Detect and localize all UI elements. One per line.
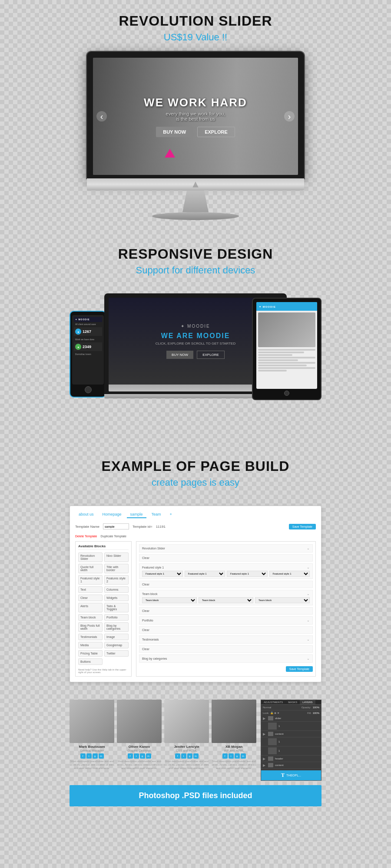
content-row-blog-chevron[interactable]: ⌄ [307, 657, 310, 661]
buy-now-button[interactable]: BUY NOW [156, 127, 193, 137]
ps-tab-masks[interactable]: MASKS [285, 700, 300, 704]
content-row-portfolio-chevron[interactable]: ⌄ [307, 618, 310, 622]
block-columns[interactable]: Columns [104, 586, 129, 593]
ps-layer-icon-content1 [268, 732, 273, 736]
content-row-featured-chevron[interactable]: ⌄ [307, 566, 310, 569]
phone-header: ✦ MOODIE [74, 317, 102, 322]
featured-dropdown4[interactable]: Featured style 1 [269, 571, 310, 577]
laptop-explore-button[interactable]: EXPLORE [197, 351, 225, 359]
block-alerts[interactable]: Alerts [78, 603, 103, 612]
ps-layer-name-content2: content [275, 764, 284, 766]
social-tw-oliver[interactable]: t [134, 753, 139, 759]
ps-tab-adjustments[interactable]: ADJUSTMENTS [261, 700, 285, 704]
team-section: Mark Boulouam General Manager f t g in S… [39, 691, 352, 828]
block-quote-full[interactable]: Quote full width [78, 564, 103, 573]
content-row-team-chevron[interactable]: ⌄ [307, 592, 310, 596]
social-gp-mark[interactable]: g [93, 753, 98, 759]
team-socials-mark: f t g in [80, 753, 104, 759]
social-li-xb[interactable]: in [241, 753, 246, 759]
team-ps-row: Mark Boulouam General Manager f t g in S… [70, 700, 321, 781]
content-row-revolution-chevron[interactable]: ⌄ [307, 546, 310, 550]
team-photo-jenifer [164, 700, 209, 743]
psd-bottom-bar: Photoshop .PSD files included [70, 785, 321, 806]
tab-about[interactable]: about us [75, 511, 97, 518]
social-gp-xb[interactable]: g [235, 753, 240, 759]
team-desc-oliver: Short description placeholder text and s… [117, 760, 162, 770]
tab-team[interactable]: Team [148, 511, 165, 518]
tab-sample[interactable]: sample [127, 511, 146, 518]
content-row-portfolio: Portfolio ⌄ [139, 616, 313, 625]
social-fb-mark[interactable]: f [80, 753, 86, 759]
social-gp-oliver[interactable]: g [140, 753, 145, 759]
social-tw-xb[interactable]: t [229, 753, 234, 759]
ps-expand-header[interactable]: ▶ [263, 757, 265, 761]
content-row-revolution: Revolution Slider ⌄ [139, 544, 313, 552]
team-dropdown3[interactable]: Team block [255, 597, 310, 603]
ps-expand-content2[interactable]: ▶ [263, 763, 265, 767]
block-title-border[interactable]: Title with border [104, 564, 129, 573]
block-image[interactable]: Image [104, 634, 129, 640]
ps-expand-content1[interactable]: ▶ [263, 732, 265, 736]
block-nivo-slider[interactable]: Nivo Slider [104, 552, 129, 562]
laptop-buy-button[interactable]: BUY NOW [166, 351, 193, 359]
save-bottom-row: Save Template [139, 666, 313, 672]
tab-add[interactable]: + [166, 511, 176, 518]
social-li-mark[interactable]: in [99, 753, 104, 759]
team-dropdown1[interactable]: Team block [142, 597, 197, 603]
featured-dropdown2[interactable]: Featured style 1 [185, 571, 225, 577]
social-fb-xb[interactable]: f [222, 753, 228, 759]
ps-expand-slider[interactable]: ▶ [263, 717, 265, 720]
block-portfolio[interactable]: Portfolio [104, 614, 129, 621]
ps-layer-name-1b: 1 [278, 740, 280, 743]
slider-next-button[interactable]: › [284, 111, 295, 122]
block-buttons[interactable]: Buttons [78, 658, 103, 665]
template-name-input[interactable] [103, 523, 129, 529]
save-template-bottom-button[interactable]: Save Template [286, 666, 313, 672]
social-tw-mark[interactable]: t [86, 753, 92, 759]
save-template-top-button[interactable]: Save Template [289, 524, 316, 529]
content-row-testimonials-chevron[interactable]: ⌄ [307, 638, 310, 641]
revolution-subtitle: US$19 Value !! [164, 32, 227, 43]
tab-homepage[interactable]: Homepage [99, 511, 125, 518]
featured-dropdown1[interactable]: Featured style 1 [142, 571, 183, 577]
block-pricing[interactable]: Pricing Table [78, 650, 103, 657]
phone-home-button[interactable] [85, 386, 92, 393]
block-text[interactable]: Text [78, 586, 103, 593]
tablet-content [256, 311, 317, 374]
phone-stat1-icon: ● [75, 329, 81, 335]
block-blog-categories[interactable]: Blog by categories [104, 622, 129, 632]
block-blog-full[interactable]: Blog Posts full width [78, 622, 103, 632]
tablet-text-line4 [258, 357, 315, 358]
block-clear[interactable]: Clear [78, 595, 103, 601]
tablet-home-button[interactable] [284, 391, 289, 396]
team-name-jenifer: Jenifer Lencyle [174, 745, 199, 749]
ps-tab-layers[interactable]: LAYERS [300, 700, 315, 704]
social-fb-oliver[interactable]: f [128, 753, 133, 759]
social-li-jenifer[interactable]: in [193, 753, 199, 759]
explore-button[interactable]: EXPLORE [197, 127, 235, 137]
slider-prev-button[interactable]: ‹ [96, 111, 107, 122]
duplicate-template-button[interactable]: Duplicate Template [100, 535, 126, 538]
social-tw-jenifer[interactable]: t [181, 753, 186, 759]
block-tabs-toggles[interactable]: Tabs & Toggles [104, 603, 129, 612]
tablet-text-line7 [258, 365, 307, 366]
block-testimonials[interactable]: Testimonials [78, 634, 103, 640]
block-googlemap[interactable]: Googlemap [104, 642, 129, 648]
block-features2[interactable]: Features style 2 [104, 575, 129, 585]
social-fb-jenifer[interactable]: f [175, 753, 180, 759]
block-media[interactable]: Media [78, 642, 103, 648]
delete-template-button[interactable]: Delete Template [75, 535, 97, 538]
devices-wrapper: ✦ MOODIE All client around save ● 1267 W… [70, 293, 321, 432]
block-widgets[interactable]: Widgets [104, 595, 129, 601]
team-dropdown2[interactable]: Team block [199, 597, 253, 603]
content-row-testimonials: Testimonials ⌄ [139, 635, 313, 644]
featured-dropdown3[interactable]: Featured style 1 [227, 571, 268, 577]
block-featured1[interactable]: Featured style 1 [78, 575, 103, 585]
social-gp-jenifer[interactable]: g [187, 753, 192, 759]
block-team[interactable]: Team block [78, 614, 103, 621]
social-li-oliver[interactable]: in [146, 753, 151, 759]
template-tabs: about us Homepage sample Team + [75, 511, 316, 518]
block-twitter[interactable]: Twitter [104, 650, 129, 657]
block-revolution-slider[interactable]: Revolution Slider [78, 552, 103, 562]
tablet-text-line3 [258, 354, 292, 356]
